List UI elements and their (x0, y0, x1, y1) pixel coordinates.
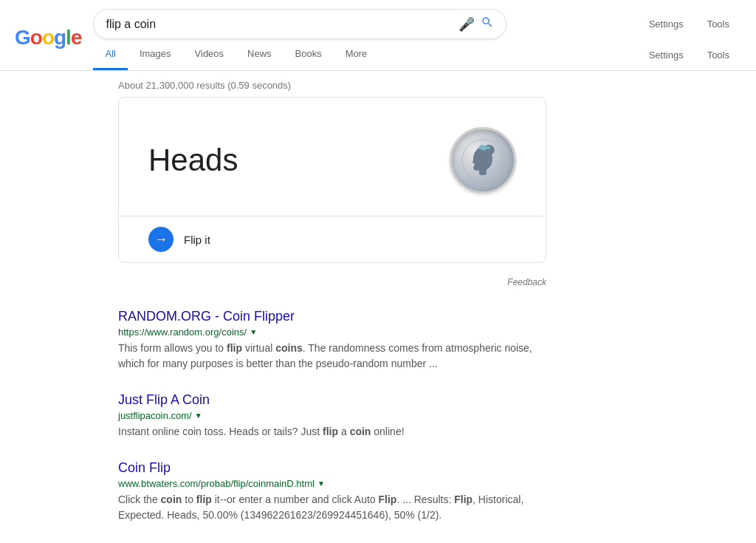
logo-e: e (71, 26, 82, 49)
search-result-3: Coin Flip www.btwaters.com/probab/flip/c… (118, 450, 546, 533)
flip-it-button[interactable]: → (148, 227, 173, 252)
header: Google 🎤 (0, 0, 756, 71)
nav-tabs: All Images Videos News Books More Settin… (93, 39, 741, 70)
coin-result: Heads (148, 143, 238, 178)
search-input[interactable] (106, 18, 453, 31)
coin-card-main: Heads (119, 98, 546, 216)
settings-nav-tab[interactable]: Settings (637, 41, 695, 69)
results-info: About 21,300,000 results (0.59 seconds) (118, 71, 546, 97)
result-url-row-1: https://www.random.org/coins/ ▼ (118, 327, 546, 338)
tab-images[interactable]: Images (128, 39, 183, 70)
result-dropdown-arrow-3[interactable]: ▼ (317, 479, 325, 488)
result-url-row-3: www.btwaters.com/probab/flip/coinmainD.h… (118, 478, 546, 489)
flip-it-label: Flip it (184, 233, 210, 246)
result-title-2[interactable]: Just Flip A Coin (118, 392, 546, 408)
tab-books[interactable]: Books (284, 39, 334, 70)
tab-more[interactable]: More (334, 39, 379, 70)
result-snippet-2: Instant online coin toss. Heads or tails… (118, 424, 546, 440)
svg-point-4 (473, 165, 481, 171)
result-url-row-2: justflipacoin.com/ ▼ (118, 410, 546, 421)
logo-l: l (66, 26, 71, 49)
result-dropdown-arrow-1[interactable]: ▼ (250, 328, 257, 336)
content-area: About 21,300,000 results (0.59 seconds) … (0, 71, 546, 533)
tab-all[interactable]: All (93, 39, 127, 70)
tools-nav-tab[interactable]: Tools (695, 41, 741, 69)
search-result-1: RANDOM.ORG - Coin Flipper https://www.ra… (118, 298, 546, 382)
settings-tab[interactable]: Settings (637, 10, 695, 38)
tools-tab[interactable]: Tools (695, 10, 741, 38)
tab-news[interactable]: News (236, 39, 284, 70)
search-results-list: RANDOM.ORG - Coin Flipper https://www.ra… (118, 298, 546, 533)
logo-g: G (15, 26, 30, 49)
microphone-icon[interactable]: 🎤 (458, 16, 475, 33)
search-result-2: Just Flip A Coin justflipacoin.com/ ▼ In… (118, 382, 546, 450)
logo-o1: o (30, 26, 42, 49)
result-snippet-3: Click the coin to flip it--or enter a nu… (118, 492, 546, 523)
logo-o2: o (42, 26, 54, 49)
result-snippet-1: This form allows you to flip virtual coi… (118, 341, 546, 372)
coin-image (450, 127, 516, 194)
arrow-right-icon: → (154, 233, 168, 246)
coin-card-footer: → Flip it (119, 216, 546, 262)
result-url-3: www.btwaters.com/probab/flip/coinmainD.h… (118, 478, 315, 489)
tab-videos[interactable]: Videos (183, 39, 236, 70)
result-title-3[interactable]: Coin Flip (118, 460, 546, 476)
coin-silhouette-svg (461, 138, 505, 182)
logo-g2: g (54, 26, 66, 49)
feedback-row: Feedback (118, 272, 546, 298)
google-logo: Google (15, 26, 81, 49)
feedback-link[interactable]: Feedback (507, 277, 546, 287)
coin-flip-card: Heads (118, 97, 546, 263)
search-button[interactable] (481, 16, 494, 33)
result-dropdown-arrow-2[interactable]: ▼ (195, 411, 202, 420)
header-right-tools: Settings Tools (637, 10, 741, 38)
search-bar: 🎤 (93, 9, 506, 39)
page-wrapper: Google 🎤 (0, 0, 756, 543)
result-url-2: justflipacoin.com/ (118, 410, 192, 421)
result-url-1: https://www.random.org/coins/ (118, 327, 247, 338)
result-title-1[interactable]: RANDOM.ORG - Coin Flipper (118, 309, 546, 324)
svg-point-3 (472, 160, 477, 163)
